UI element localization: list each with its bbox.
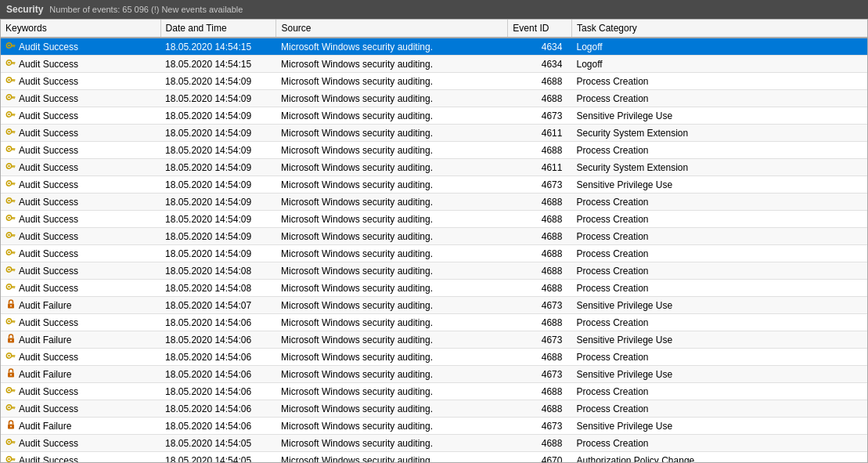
svg-rect-93 <box>11 389 16 390</box>
table-row[interactable]: Audit Success18.05.2020 14:54:08Microsof… <box>1 262 867 280</box>
svg-rect-94 <box>14 391 15 392</box>
col-header-datetime[interactable]: Date and Time <box>160 20 276 38</box>
category-cell: Sensitive Privilege Use <box>571 107 867 125</box>
category-cell: Process Creation <box>571 211 867 228</box>
svg-rect-58 <box>14 236 15 237</box>
source-cell: Microsoft Windows security auditing. <box>276 314 508 331</box>
svg-point-85 <box>8 355 10 357</box>
table-row[interactable]: Audit Success18.05.2020 14:54:09Microsof… <box>1 73 867 90</box>
svg-point-1 <box>8 45 10 47</box>
table-row[interactable]: Audit Success18.05.2020 14:54:05Microsof… <box>1 435 867 452</box>
table-row[interactable]: Audit Success18.05.2020 14:54:08Microsof… <box>1 280 867 297</box>
table-row[interactable]: Audit Success18.05.2020 14:54:09Microsof… <box>1 211 867 228</box>
svg-point-31 <box>8 148 10 150</box>
svg-rect-28 <box>14 132 15 134</box>
keywords-cell: Audit Failure <box>1 297 160 314</box>
svg-rect-49 <box>13 201 13 202</box>
source-cell: Microsoft Windows security auditing. <box>276 159 508 176</box>
source-cell: Microsoft Windows security auditing. <box>276 38 508 56</box>
datetime-cell: 18.05.2020 14:54:15 <box>160 56 276 73</box>
col-header-eventid[interactable]: Event ID <box>508 20 572 38</box>
svg-rect-95 <box>13 391 13 392</box>
key-icon <box>5 230 16 243</box>
eventid-cell: 4611 <box>508 159 572 176</box>
table-row[interactable]: Audit Success18.05.2020 14:54:09Microsof… <box>1 107 867 125</box>
keywords-cell: Audit Success <box>1 211 160 228</box>
table-row[interactable]: Audit Success18.05.2020 14:54:09Microsof… <box>1 245 867 262</box>
svg-rect-86 <box>11 355 16 356</box>
key-icon <box>5 454 16 463</box>
key-icon <box>5 247 16 260</box>
source-cell: Microsoft Windows security auditing. <box>276 90 508 107</box>
table-row[interactable]: Audit Success18.05.2020 14:54:15Microsof… <box>1 56 867 73</box>
table-row[interactable]: Audit Success18.05.2020 14:54:06Microsof… <box>1 383 867 400</box>
source-cell: Microsoft Windows security auditing. <box>276 245 508 262</box>
table-row[interactable]: Audit Success18.05.2020 14:54:06Microsof… <box>1 314 867 331</box>
datetime-cell: 18.05.2020 14:54:05 <box>160 435 276 452</box>
category-cell: Sensitive Privilege Use <box>571 176 867 194</box>
svg-rect-100 <box>13 408 13 409</box>
source-cell: Microsoft Windows security auditing. <box>276 211 508 228</box>
svg-rect-68 <box>14 270 15 272</box>
keyword-text: Audit Success <box>19 42 78 52</box>
datetime-cell: 18.05.2020 14:54:09 <box>160 90 276 107</box>
table-row[interactable]: Audit Success18.05.2020 14:54:15Microsof… <box>1 38 867 56</box>
table-row[interactable]: Audit Failure18.05.2020 14:54:06Microsof… <box>1 366 867 383</box>
key-icon <box>5 109 16 122</box>
category-cell: Sensitive Privilege Use <box>571 418 867 435</box>
source-cell: Microsoft Windows security auditing. <box>276 366 508 383</box>
table-row[interactable]: Audit Success18.05.2020 14:54:05Microsof… <box>1 452 867 464</box>
col-header-source[interactable]: Source <box>276 20 508 38</box>
svg-rect-23 <box>14 115 15 117</box>
svg-rect-19 <box>13 98 13 99</box>
eventid-cell: 4673 <box>508 331 572 349</box>
key-icon <box>5 316 16 329</box>
table-row[interactable]: Audit Success18.05.2020 14:54:06Microsof… <box>1 349 867 366</box>
datetime-cell: 18.05.2020 14:54:06 <box>160 400 276 418</box>
table-row[interactable]: Audit Success18.05.2020 14:54:09Microsof… <box>1 159 867 176</box>
table-row[interactable]: Audit Failure18.05.2020 14:54:07Microsof… <box>1 297 867 314</box>
svg-rect-39 <box>13 167 13 168</box>
category-cell: Process Creation <box>571 314 867 331</box>
keyword-text: Audit Success <box>19 248 78 259</box>
keywords-cell: Audit Success <box>1 245 160 262</box>
key-icon <box>5 385 16 398</box>
col-header-category[interactable]: Task Category <box>571 20 867 38</box>
category-cell: Logoff <box>571 38 867 56</box>
source-cell: Microsoft Windows security auditing. <box>276 107 508 125</box>
keyword-text: Audit Success <box>19 93 78 104</box>
table-row[interactable]: Audit Success18.05.2020 14:54:06Microsof… <box>1 400 867 418</box>
keywords-cell: Audit Success <box>1 194 160 211</box>
table-row[interactable]: Audit Success18.05.2020 14:54:09Microsof… <box>1 142 867 159</box>
keyword-text: Audit Success <box>19 386 78 397</box>
datetime-cell: 18.05.2020 14:54:05 <box>160 452 276 464</box>
svg-rect-33 <box>14 150 15 151</box>
svg-point-78 <box>8 320 10 323</box>
svg-rect-43 <box>14 184 15 186</box>
svg-point-46 <box>8 200 10 202</box>
table-row[interactable]: Audit Success18.05.2020 14:54:09Microsof… <box>1 228 867 245</box>
table-row[interactable]: Audit Success18.05.2020 14:54:09Microsof… <box>1 194 867 211</box>
datetime-cell: 18.05.2020 14:54:07 <box>160 297 276 314</box>
svg-point-21 <box>8 114 10 116</box>
table-container[interactable]: Keywords Date and Time Source Event ID T… <box>0 19 868 463</box>
category-cell: Authorization Policy Change <box>571 452 867 464</box>
source-cell: Microsoft Windows security auditing. <box>276 331 508 349</box>
table-row[interactable]: Audit Success18.05.2020 14:54:09Microsof… <box>1 176 867 194</box>
category-cell: Process Creation <box>571 280 867 297</box>
eventid-cell: 4688 <box>508 314 572 331</box>
table-row[interactable]: Audit Success18.05.2020 14:54:09Microsof… <box>1 90 867 107</box>
datetime-cell: 18.05.2020 14:54:09 <box>160 194 276 211</box>
table-row[interactable]: Audit Success18.05.2020 14:54:09Microsof… <box>1 125 867 142</box>
table-header-row: Keywords Date and Time Source Event ID T… <box>1 20 867 38</box>
col-header-keywords[interactable]: Keywords <box>1 20 160 38</box>
svg-rect-74 <box>13 288 13 288</box>
svg-rect-106 <box>14 443 15 444</box>
table-row[interactable]: Audit Failure18.05.2020 14:54:06Microsof… <box>1 418 867 435</box>
svg-point-109 <box>8 458 10 461</box>
keywords-cell: Audit Success <box>1 262 160 280</box>
keywords-cell: Audit Success <box>1 314 160 331</box>
table-row[interactable]: Audit Failure18.05.2020 14:54:06Microsof… <box>1 331 867 349</box>
category-cell: Sensitive Privilege Use <box>571 331 867 349</box>
svg-rect-38 <box>14 167 15 168</box>
